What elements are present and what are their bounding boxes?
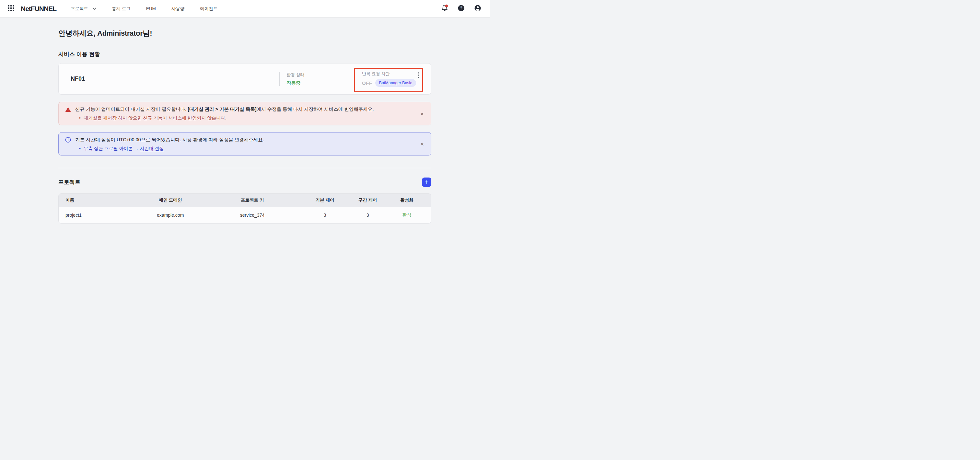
- botmanager-badge: BotManager Basic: [375, 79, 416, 87]
- project-key-cell: service_374: [208, 213, 297, 218]
- info-text: 기본 시간대 설정이 UTC+00:00으로 되어있습니다. 사용 환경에 따라…: [75, 137, 264, 143]
- nav-item-label: 통계 로그: [112, 6, 130, 12]
- service-usage-section-title: 서비스 이용 현황: [58, 51, 431, 58]
- repeat-request-state: OFF: [362, 80, 372, 86]
- column-header-domain: 메인 도메인: [133, 197, 208, 203]
- top-navbar: NetFUNNEL 프로젝트 통계 로그 EUM 사용량 에이전트: [0, 0, 490, 17]
- profile-button[interactable]: [474, 5, 482, 13]
- netfunnel-logo: NetFUNNEL: [21, 5, 56, 13]
- nav-item-usage[interactable]: 사용량: [172, 6, 185, 12]
- project-basic-control-cell: 3: [297, 213, 353, 218]
- warning-alert-message: 신규 기능이 업데이트되어 대기실 저장이 필요합니다. [대기실 관리 > 기…: [65, 106, 412, 113]
- column-header-basic-control: 기본 제어: [297, 197, 353, 203]
- plus-icon: +: [425, 179, 429, 185]
- service-status-card: NF01 환경 상태 작동중 반복 요청 차단 OFF BotManager B…: [58, 63, 431, 95]
- app-launcher-button[interactable]: [6, 4, 16, 13]
- projects-section-title: 프로젝트: [58, 179, 80, 186]
- card-vertical-divider: [279, 72, 280, 86]
- projects-table: 이름 메인 도메인 프로젝트 키 기본 제어 구간 제어 활성화 project…: [58, 194, 431, 224]
- nav-item-label: 사용량: [172, 6, 185, 12]
- column-header-active: 활성화: [383, 197, 431, 203]
- svg-text:?: ?: [460, 6, 463, 10]
- nav-item-statistics-log[interactable]: 통계 로그: [112, 6, 130, 12]
- kebab-menu-icon: [418, 72, 419, 79]
- warning-bullet-text: 대기실을 재저장 하지 않으면 신규 기능이 서비스에 반영되지 않습니다.: [84, 115, 226, 121]
- help-icon: ?: [458, 5, 465, 13]
- column-header-interval-control: 구간 제어: [353, 197, 383, 203]
- info-alert-close-button[interactable]: ×: [420, 141, 424, 147]
- projects-table-header: 이름 메인 도메인 프로젝트 키 기본 제어 구간 제어 활성화: [59, 194, 431, 207]
- nav-left-group: NetFUNNEL 프로젝트 통계 로그 EUM 사용량 에이전트: [6, 4, 218, 13]
- user-avatar-icon: [474, 5, 481, 13]
- card-more-options-button[interactable]: [415, 72, 422, 79]
- grid-icon: [8, 5, 14, 12]
- warning-bullet-line: • 대기실을 재저장 하지 않으면 신규 기능이 서비스에 반영되지 않습니다.: [79, 115, 412, 121]
- info-circle-icon: [65, 137, 71, 143]
- repeat-request-block: 반복 요청 차단 OFF BotManager Basic: [362, 63, 416, 94]
- nav-item-eum[interactable]: EUM: [146, 6, 156, 11]
- bullet-glyph: •: [79, 115, 81, 121]
- warning-text: 신규 기능이 업데이트되어 대기실 저장이 필요합니다. [대기실 관리 > 기…: [75, 106, 374, 113]
- environment-name: NF01: [71, 76, 85, 82]
- environment-status-label: 환경 상태: [286, 72, 305, 78]
- environment-status-block: 환경 상태 작동중: [286, 63, 305, 94]
- nav-item-agent[interactable]: 에이전트: [200, 6, 218, 12]
- info-alert: 기본 시간대 설정이 UTC+00:00으로 되어있습니다. 사용 환경에 따라…: [58, 132, 431, 155]
- column-header-project-key: 프로젝트 키: [208, 197, 297, 203]
- nav-menu: 프로젝트 통계 로그 EUM 사용량 에이전트: [71, 6, 218, 12]
- help-button[interactable]: ?: [457, 5, 465, 13]
- warning-alert: 신규 기능이 업데이트되어 대기실 저장이 필요합니다. [대기실 관리 > 기…: [58, 102, 431, 125]
- nav-right-group: ?: [441, 5, 482, 13]
- table-row[interactable]: project1 example.com service_374 3 3 활성: [59, 207, 431, 223]
- projects-section-header: 프로젝트 +: [58, 178, 431, 187]
- warning-alert-close-button[interactable]: ×: [420, 111, 424, 117]
- timezone-settings-link[interactable]: 시간대 설정: [140, 146, 164, 151]
- chevron-down-icon: [92, 6, 96, 11]
- project-active-status: 활성: [383, 212, 431, 218]
- main-content: 안녕하세요, Administrator님! 서비스 이용 현황 NF01 환경…: [58, 29, 431, 224]
- info-bullet-text: 우측 상단 프로필 아이콘 → 시간대 설정: [84, 146, 164, 152]
- info-bullet-line: • 우측 상단 프로필 아이콘 → 시간대 설정: [79, 146, 412, 152]
- bullet-glyph: •: [79, 146, 81, 152]
- project-domain-cell: example.com: [133, 213, 208, 218]
- nav-item-project[interactable]: 프로젝트: [71, 6, 96, 12]
- nav-item-label: 프로젝트: [71, 6, 88, 12]
- section-divider: [58, 168, 431, 168]
- column-header-name: 이름: [59, 197, 133, 203]
- add-project-button[interactable]: +: [422, 178, 431, 187]
- nav-item-label: 에이전트: [200, 6, 218, 12]
- nav-item-label: EUM: [146, 6, 156, 11]
- repeat-request-state-row: OFF BotManager Basic: [362, 79, 416, 87]
- warning-triangle-icon: [65, 106, 71, 113]
- environment-status-value: 작동중: [286, 80, 305, 86]
- bell-icon: [441, 4, 449, 13]
- info-alert-message: 기본 시간대 설정이 UTC+00:00으로 되어있습니다. 사용 환경에 따라…: [65, 137, 412, 143]
- notifications-button[interactable]: [441, 5, 449, 13]
- project-interval-control-cell: 3: [353, 213, 383, 218]
- page-greeting: 안녕하세요, Administrator님!: [58, 29, 431, 38]
- project-name-cell: project1: [59, 213, 133, 218]
- repeat-request-block-label: 반복 요청 차단: [362, 71, 416, 77]
